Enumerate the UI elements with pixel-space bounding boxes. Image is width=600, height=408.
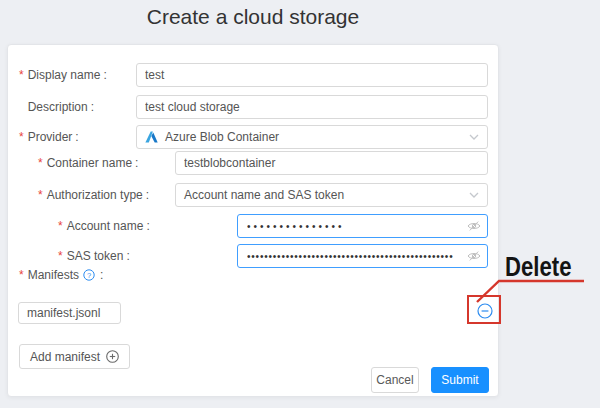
sas-token-label: * SAS token : [58,244,130,268]
manifest-input[interactable] [18,302,121,324]
required-asterisk: * [19,267,24,283]
display-name-input[interactable] [136,63,488,87]
help-icon[interactable]: ? [83,269,95,281]
account-name-input[interactable] [237,214,488,238]
authorization-type-select[interactable]: Account name and SAS token [175,183,488,207]
field-label: Display name [28,63,101,87]
container-name-input[interactable] [175,151,488,175]
colon: : [103,63,106,87]
colon: : [146,214,149,238]
required-asterisk: * [38,151,43,175]
required-asterisk: * [19,125,24,149]
account-name-masked-value[interactable] [247,221,467,232]
required-asterisk: * [58,214,63,238]
colon: : [126,244,129,268]
chevron-down-icon [469,192,479,198]
page-title: Create a cloud storage [7,5,499,29]
colon: : [146,183,149,207]
azure-icon [145,131,158,143]
add-manifest-button[interactable]: Add manifest [19,344,130,369]
eye-invisible-icon[interactable] [467,220,481,232]
authorization-type-label: * Authorization type : [38,183,149,207]
sas-token-input[interactable] [237,244,488,268]
authorization-type-value: Account name and SAS token [184,188,344,202]
colon: : [91,95,94,119]
minus-circle-icon [477,303,493,319]
required-asterisk: * [19,63,24,87]
field-label: Manifests [28,267,79,283]
colon: : [100,267,103,283]
description-label: * Description : [19,95,94,119]
required-asterisk: * [58,244,63,268]
manifests-label: * Manifests ? : [19,267,103,283]
field-label: Account name [67,214,144,238]
container-name-label: * Container name : [38,151,138,175]
colon: : [135,151,138,175]
plus-circle-icon [106,350,119,363]
field-label: Provider [28,125,73,149]
field-label: Container name [47,151,132,175]
field-label: Authorization type [47,183,143,207]
provider-select[interactable]: Azure Blob Container [136,125,488,149]
colon: : [75,125,78,149]
eye-invisible-icon[interactable] [467,250,481,262]
form-panel: * Display name : * Description : * Provi… [7,44,499,397]
chevron-down-icon [469,134,479,140]
required-asterisk: * [38,183,43,207]
svg-text:?: ? [87,271,91,280]
sas-token-masked-value[interactable] [247,251,467,262]
cancel-button[interactable]: Cancel [371,367,419,393]
provider-label: * Provider : [19,125,79,149]
delete-annotation-label: Delete [505,252,571,283]
field-label: Description [28,95,88,119]
delete-manifest-button[interactable] [477,303,493,319]
field-label: SAS token [67,244,124,268]
display-name-label: * Display name : [19,63,107,87]
account-name-label: * Account name : [58,214,150,238]
add-manifest-label: Add manifest [30,350,100,364]
provider-value: Azure Blob Container [165,130,279,144]
description-input[interactable] [136,95,488,119]
submit-button[interactable]: Submit [431,367,489,393]
